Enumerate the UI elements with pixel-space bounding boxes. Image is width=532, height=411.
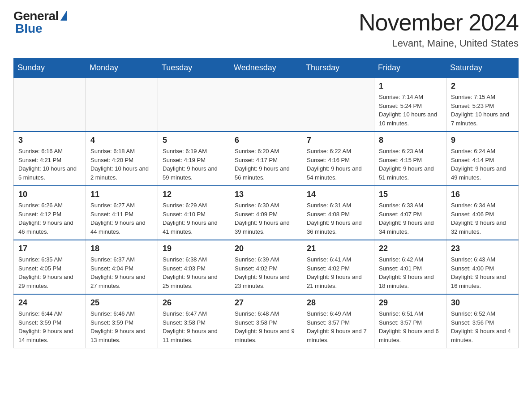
calendar-cell: 9Sunrise: 6:24 AMSunset: 4:14 PMDaylight… <box>446 132 519 186</box>
calendar-cell: 1Sunrise: 7:14 AMSunset: 5:24 PMDaylight… <box>374 77 446 132</box>
calendar-cell: 10Sunrise: 6:26 AMSunset: 4:12 PMDayligh… <box>14 186 86 240</box>
day-number: 23 <box>451 244 514 253</box>
day-info: Sunrise: 6:46 AMSunset: 3:59 PMDaylight:… <box>90 309 153 344</box>
calendar-cell: 21Sunrise: 6:41 AMSunset: 4:02 PMDayligh… <box>302 240 374 294</box>
weekday-header-thursday: Thursday <box>302 59 374 78</box>
day-info: Sunrise: 6:35 AMSunset: 4:05 PMDaylight:… <box>18 255 81 290</box>
calendar-cell <box>302 77 374 132</box>
day-number: 4 <box>90 136 153 145</box>
weekday-header-monday: Monday <box>86 59 158 78</box>
day-info: Sunrise: 6:18 AMSunset: 4:20 PMDaylight:… <box>90 147 153 182</box>
weekday-header-tuesday: Tuesday <box>158 59 230 78</box>
day-info: Sunrise: 6:19 AMSunset: 4:19 PMDaylight:… <box>163 147 225 182</box>
calendar-cell: 13Sunrise: 6:30 AMSunset: 4:09 PMDayligh… <box>230 186 302 240</box>
day-number: 16 <box>451 190 514 199</box>
day-info: Sunrise: 6:43 AMSunset: 4:00 PMDaylight:… <box>451 255 514 290</box>
day-number: 25 <box>90 298 153 308</box>
day-number: 3 <box>18 136 81 145</box>
calendar-cell <box>14 77 86 132</box>
day-number: 22 <box>379 244 442 253</box>
day-info: Sunrise: 6:39 AMSunset: 4:02 PMDaylight:… <box>235 255 297 290</box>
day-info: Sunrise: 6:52 AMSunset: 3:56 PMDaylight:… <box>451 309 514 344</box>
calendar-cell: 29Sunrise: 6:51 AMSunset: 3:57 PMDayligh… <box>374 294 446 348</box>
weekday-header-saturday: Saturday <box>446 59 519 78</box>
day-number: 28 <box>307 298 369 308</box>
day-number: 19 <box>163 244 225 253</box>
day-number: 9 <box>451 136 514 145</box>
day-info: Sunrise: 7:15 AMSunset: 5:23 PMDaylight:… <box>451 93 514 128</box>
day-info: Sunrise: 6:29 AMSunset: 4:10 PMDaylight:… <box>163 201 225 236</box>
calendar-cell: 15Sunrise: 6:33 AMSunset: 4:07 PMDayligh… <box>374 186 446 240</box>
day-info: Sunrise: 6:51 AMSunset: 3:57 PMDaylight:… <box>379 309 442 344</box>
day-info: Sunrise: 6:27 AMSunset: 4:11 PMDaylight:… <box>90 201 153 236</box>
calendar-cell: 20Sunrise: 6:39 AMSunset: 4:02 PMDayligh… <box>230 240 302 294</box>
day-number: 10 <box>18 190 81 199</box>
month-title: November 2024 <box>359 9 519 36</box>
day-number: 26 <box>163 298 225 308</box>
day-info: Sunrise: 6:33 AMSunset: 4:07 PMDaylight:… <box>379 201 442 236</box>
day-number: 18 <box>90 244 153 253</box>
day-info: Sunrise: 6:44 AMSunset: 3:59 PMDaylight:… <box>18 309 81 344</box>
day-number: 17 <box>18 244 81 253</box>
day-info: Sunrise: 6:20 AMSunset: 4:17 PMDaylight:… <box>235 147 297 182</box>
calendar-cell <box>86 77 158 132</box>
weekday-header-friday: Friday <box>374 59 446 78</box>
day-info: Sunrise: 6:23 AMSunset: 4:15 PMDaylight:… <box>379 147 442 182</box>
day-info: Sunrise: 6:34 AMSunset: 4:06 PMDaylight:… <box>451 201 514 236</box>
day-number: 15 <box>379 190 442 199</box>
title-block: November 2024 Levant, Maine, United Stat… <box>359 9 519 49</box>
day-number: 2 <box>451 81 514 91</box>
calendar-cell: 30Sunrise: 6:52 AMSunset: 3:56 PMDayligh… <box>446 294 519 348</box>
calendar-cell: 8Sunrise: 6:23 AMSunset: 4:15 PMDaylight… <box>374 132 446 186</box>
day-info: Sunrise: 6:37 AMSunset: 4:04 PMDaylight:… <box>90 255 153 290</box>
weekday-header-sunday: Sunday <box>14 59 86 78</box>
calendar-cell: 4Sunrise: 6:18 AMSunset: 4:20 PMDaylight… <box>86 132 158 186</box>
calendar-cell: 3Sunrise: 6:16 AMSunset: 4:21 PMDaylight… <box>14 132 86 186</box>
calendar-cell: 28Sunrise: 6:49 AMSunset: 3:57 PMDayligh… <box>302 294 374 348</box>
calendar-cell: 23Sunrise: 6:43 AMSunset: 4:00 PMDayligh… <box>446 240 519 294</box>
day-number: 11 <box>90 190 153 199</box>
day-number: 5 <box>163 136 225 145</box>
logo-blue-text: Blue <box>13 21 43 36</box>
calendar-cell: 22Sunrise: 6:42 AMSunset: 4:01 PMDayligh… <box>374 240 446 294</box>
day-info: Sunrise: 6:42 AMSunset: 4:01 PMDaylight:… <box>379 255 442 290</box>
calendar-cell: 18Sunrise: 6:37 AMSunset: 4:04 PMDayligh… <box>86 240 158 294</box>
day-info: Sunrise: 6:49 AMSunset: 3:57 PMDaylight:… <box>307 309 369 344</box>
day-number: 30 <box>451 298 514 308</box>
calendar-cell: 26Sunrise: 6:47 AMSunset: 3:58 PMDayligh… <box>158 294 230 348</box>
calendar-cell: 19Sunrise: 6:38 AMSunset: 4:03 PMDayligh… <box>158 240 230 294</box>
calendar-cell: 25Sunrise: 6:46 AMSunset: 3:59 PMDayligh… <box>86 294 158 348</box>
day-info: Sunrise: 6:16 AMSunset: 4:21 PMDaylight:… <box>18 147 81 182</box>
calendar-cell <box>158 77 230 132</box>
day-number: 8 <box>379 136 442 145</box>
day-info: Sunrise: 6:24 AMSunset: 4:14 PMDaylight:… <box>451 147 514 182</box>
calendar-cell: 2Sunrise: 7:15 AMSunset: 5:23 PMDaylight… <box>446 77 519 132</box>
day-number: 20 <box>235 244 297 253</box>
day-number: 29 <box>379 298 442 308</box>
calendar-cell <box>230 77 302 132</box>
calendar-cell: 7Sunrise: 6:22 AMSunset: 4:16 PMDaylight… <box>302 132 374 186</box>
page-header: General Blue November 2024 Levant, Maine… <box>13 9 519 49</box>
day-number: 1 <box>379 81 442 91</box>
day-number: 21 <box>307 244 369 253</box>
calendar-cell: 6Sunrise: 6:20 AMSunset: 4:17 PMDaylight… <box>230 132 302 186</box>
week-row-5: 24Sunrise: 6:44 AMSunset: 3:59 PMDayligh… <box>14 294 519 348</box>
calendar-cell: 27Sunrise: 6:48 AMSunset: 3:58 PMDayligh… <box>230 294 302 348</box>
calendar-cell: 16Sunrise: 6:34 AMSunset: 4:06 PMDayligh… <box>446 186 519 240</box>
day-info: Sunrise: 7:14 AMSunset: 5:24 PMDaylight:… <box>379 93 442 128</box>
calendar-cell: 12Sunrise: 6:29 AMSunset: 4:10 PMDayligh… <box>158 186 230 240</box>
day-info: Sunrise: 6:48 AMSunset: 3:58 PMDaylight:… <box>235 309 297 344</box>
day-info: Sunrise: 6:31 AMSunset: 4:08 PMDaylight:… <box>307 201 369 236</box>
week-row-2: 3Sunrise: 6:16 AMSunset: 4:21 PMDaylight… <box>14 132 519 186</box>
calendar-cell: 14Sunrise: 6:31 AMSunset: 4:08 PMDayligh… <box>302 186 374 240</box>
day-number: 14 <box>307 190 369 199</box>
logo: General Blue <box>13 9 67 36</box>
day-number: 7 <box>307 136 369 145</box>
day-info: Sunrise: 6:22 AMSunset: 4:16 PMDaylight:… <box>307 147 369 182</box>
day-number: 27 <box>235 298 297 308</box>
calendar-table: SundayMondayTuesdayWednesdayThursdayFrid… <box>13 58 519 348</box>
logo-triangle-icon <box>60 11 67 21</box>
calendar-cell: 24Sunrise: 6:44 AMSunset: 3:59 PMDayligh… <box>14 294 86 348</box>
calendar-cell: 11Sunrise: 6:27 AMSunset: 4:11 PMDayligh… <box>86 186 158 240</box>
day-number: 12 <box>163 190 225 199</box>
